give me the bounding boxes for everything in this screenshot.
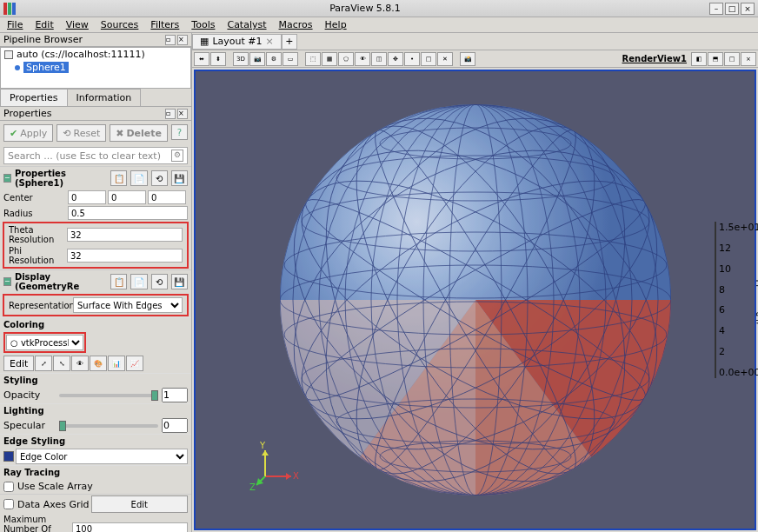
hover-cell-icon[interactable]: □ [421, 52, 436, 66]
maxnum-input[interactable] [72, 522, 188, 533]
split-h-icon[interactable]: ⬌ [194, 52, 209, 66]
collapse-icon[interactable]: − [3, 277, 11, 286]
theta-input[interactable] [67, 228, 183, 242]
edge-color-select[interactable]: Edge Color [16, 449, 188, 464]
phi-input[interactable] [67, 249, 183, 263]
maximize-view-icon[interactable]: □ [724, 52, 740, 66]
colormap-icon[interactable]: 🎨 [90, 356, 107, 371]
rescale-visible-icon[interactable]: 👁 [71, 356, 89, 371]
render-viewport[interactable]: X Y Z 1.5e+01 12 10 8 6 4 2 0.0e+00 vtkP… [194, 70, 756, 530]
visibility-icon[interactable] [15, 65, 20, 70]
properties-search[interactable]: Search ... (use Esc to clear text) ⚙ [3, 147, 188, 164]
edge-color-swatch[interactable] [3, 451, 14, 462]
specular-slider[interactable]: Specular [0, 417, 191, 434]
menu-help[interactable]: Help [320, 17, 352, 32]
reload-icon[interactable]: ⟲ [151, 170, 168, 186]
highlight-resolution: Theta Resolution Phi Resolution [3, 222, 189, 269]
reload-icon[interactable]: ⟲ [151, 274, 168, 289]
opacity-slider[interactable]: Opacity [0, 387, 191, 403]
3d-icon[interactable]: 3D [233, 52, 249, 66]
properties-header: Properties ▫ × [0, 107, 191, 121]
sel-icon[interactable]: ▭ [283, 52, 298, 66]
paste-icon[interactable]: 📄 [130, 274, 147, 289]
split-v-icon[interactable]: ⬍ [210, 52, 226, 66]
center-y-input[interactable] [108, 190, 146, 204]
close-button[interactable]: × [741, 3, 755, 15]
layout-tab-1[interactable]: ▦Layout #1× [192, 34, 282, 50]
svg-marker-37 [262, 450, 269, 456]
separate-colormap-icon[interactable]: 📈 [126, 356, 143, 371]
hover-point-icon[interactable]: • [404, 52, 420, 66]
pipeline-server[interactable]: auto (cs://localhost:11111) [1, 48, 190, 61]
menu-file[interactable]: File [2, 17, 28, 32]
select-points-icon[interactable]: ⬚ [305, 52, 321, 66]
select-block-icon[interactable]: ◫ [371, 52, 387, 66]
paste-icon[interactable]: 📄 [130, 170, 147, 186]
menu-macros[interactable]: Macros [274, 17, 318, 32]
rescale-custom-icon[interactable]: ⤡ [53, 356, 70, 371]
screenshot-icon[interactable]: 📸 [460, 52, 475, 66]
use-scale-checkbox[interactable]: Use Scale Array [0, 479, 191, 494]
select-cells-icon[interactable]: ▦ [322, 52, 337, 66]
clear-sel-icon[interactable]: ✕ [437, 52, 453, 66]
colorbar-gradient [715, 222, 716, 378]
menu-edit[interactable]: Edit [30, 17, 58, 32]
center-z-input[interactable] [148, 190, 186, 204]
section-display[interactable]: − Display (GeometryRe 📋 📄 ⟲ 💾 [0, 270, 191, 293]
save-icon[interactable]: 💾 [171, 170, 188, 186]
close-view-icon[interactable]: × [741, 52, 756, 66]
representation-select[interactable]: Surface With Edges [73, 297, 183, 313]
menu-catalyst[interactable]: Catalyst [222, 17, 271, 32]
gear-icon[interactable]: ⚙ [171, 150, 183, 162]
menu-tools[interactable]: Tools [186, 17, 220, 32]
coloring-header: Coloring [0, 317, 191, 331]
tab-properties[interactable]: Properties [0, 89, 68, 106]
data-axes-grid-checkbox[interactable]: Data Axes Grid [3, 499, 90, 510]
orientation-axes: X Y Z [248, 442, 300, 494]
maximize-button[interactable]: □ [725, 3, 739, 15]
split-v-icon[interactable]: ⬒ [708, 52, 723, 66]
collapse-icon[interactable]: − [3, 174, 11, 183]
opacity-input[interactable] [162, 388, 188, 402]
copy-icon[interactable]: 📋 [110, 274, 127, 289]
edit-colormap-button[interactable]: Edit [3, 356, 34, 371]
rescale-icon[interactable]: ⤢ [35, 356, 52, 371]
color-legend[interactable]: 1.5e+01 12 10 8 6 4 2 0.0e+00 vtkProcess… [715, 222, 749, 378]
panel-float-icon[interactable]: ▫ [165, 109, 176, 119]
section-sphere-props[interactable]: − Properties (Sphere1) 📋 📄 ⟲ 💾 [0, 167, 191, 190]
reset-button[interactable]: ⟲Reset [57, 124, 106, 142]
select-view-icon[interactable]: 👁 [355, 52, 370, 66]
copy-icon[interactable]: 📋 [110, 170, 127, 186]
camera-icon[interactable]: 📷 [249, 52, 265, 66]
colorby-select[interactable]: ○ vtkProcessIdvtkProcessId [6, 335, 83, 350]
add-layout-tab[interactable]: + [282, 34, 297, 50]
minimize-button[interactable]: – [709, 3, 723, 15]
center-x-input[interactable] [68, 190, 106, 204]
menu-filters[interactable]: Filters [145, 17, 184, 32]
left-panel: Pipeline Browser ▫ × auto (cs://localhos… [0, 33, 192, 532]
menu-sources[interactable]: Sources [96, 17, 144, 32]
apply-button[interactable]: ✔Apply [3, 124, 53, 142]
svg-rect-2 [12, 3, 16, 15]
pipeline-tree[interactable]: auto (cs://localhost:11111) Sphere1 [0, 47, 191, 89]
close-tab-icon[interactable]: × [266, 36, 274, 47]
split-h-icon[interactable]: ◧ [691, 52, 707, 66]
select-poly-icon[interactable]: ⬠ [338, 52, 354, 66]
delete-button[interactable]: ✖Delete [110, 124, 168, 142]
menu-view[interactable]: View [61, 17, 94, 32]
specular-input[interactable] [162, 418, 188, 433]
scalar-bar-icon[interactable]: 📊 [108, 356, 125, 371]
panel-float-icon[interactable]: ▫ [165, 35, 176, 45]
radius-input[interactable] [68, 206, 188, 220]
save-icon[interactable]: 💾 [171, 274, 188, 289]
panel-close-icon[interactable]: × [177, 35, 188, 45]
tab-information[interactable]: Information [67, 89, 142, 106]
adjust-icon[interactable]: ⚙ [266, 52, 282, 66]
help-button[interactable]: ? [171, 124, 188, 140]
data-axes-edit-button[interactable]: Edit [91, 495, 188, 513]
styling-header: Styling [0, 373, 191, 387]
panel-close-icon[interactable]: × [177, 109, 188, 119]
pipeline-item-sphere1[interactable]: Sphere1 [1, 61, 190, 74]
interactive-sel-icon[interactable]: ✥ [388, 52, 403, 66]
titlebar: ParaView 5.8.1 – □ × [0, 0, 758, 17]
